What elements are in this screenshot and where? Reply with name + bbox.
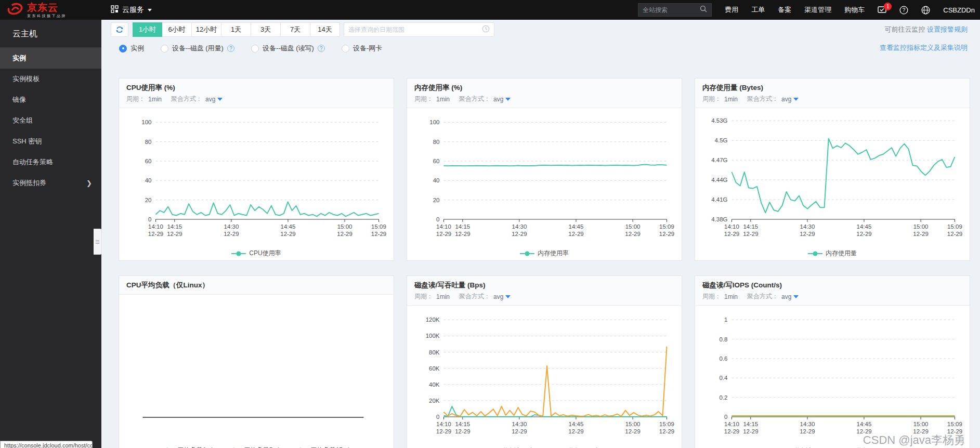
- svg-text:1: 1: [724, 317, 727, 323]
- topbar-link[interactable]: 费用: [725, 5, 738, 15]
- chart-legend: CPU使用率: [119, 246, 394, 260]
- aggregation-dropdown[interactable]: avg: [205, 96, 223, 103]
- time-range-tab[interactable]: 1小时: [133, 22, 162, 37]
- svg-text:0: 0: [436, 216, 439, 222]
- sidebar-item-label: 实例: [12, 54, 26, 63]
- radio-icon[interactable]: [161, 45, 168, 52]
- legend-label: 平均负载5min: [244, 446, 283, 448]
- svg-text:80K: 80K: [429, 349, 440, 355]
- language-globe-button[interactable]: [921, 6, 930, 15]
- svg-text:12-29: 12-29: [512, 231, 527, 237]
- svg-text:14:45: 14:45: [857, 223, 872, 230]
- aggregation-dropdown[interactable]: avg: [781, 293, 799, 300]
- legend-item[interactable]: 内存使用量: [808, 249, 857, 258]
- legend-marker-icon: [808, 251, 822, 256]
- refresh-button[interactable]: [111, 22, 128, 37]
- legend-item[interactable]: 平均负载5min: [227, 446, 283, 448]
- radio-icon[interactable]: [119, 45, 127, 52]
- svg-text:100: 100: [429, 119, 439, 125]
- sidebar-item[interactable]: 实例抵扣券❯: [0, 173, 101, 193]
- sidebar-item[interactable]: 实例: [0, 48, 101, 69]
- svg-text:4.41G: 4.41G: [711, 196, 727, 203]
- date-range-input[interactable]: [348, 26, 482, 33]
- aggregation-label: 聚合方式：: [747, 292, 778, 301]
- sidebar-item[interactable]: 自动任务策略: [0, 152, 101, 173]
- svg-text:60K: 60K: [429, 365, 440, 372]
- sidebar-item-label: 实例模板: [12, 74, 40, 84]
- aggregation-dropdown[interactable]: avg: [493, 293, 511, 300]
- svg-text:100: 100: [141, 119, 151, 125]
- time-range-tab[interactable]: 3天: [251, 22, 281, 37]
- time-range-tab[interactable]: 6小时: [162, 22, 192, 37]
- chart-card-header: 内存使用量 (Bytes)周期：1min聚合方式：avg: [695, 78, 970, 108]
- svg-text:14:30: 14:30: [800, 223, 815, 230]
- radio-icon[interactable]: [251, 45, 259, 52]
- svg-text:12-29: 12-29: [568, 428, 583, 434]
- svg-text:12-29: 12-29: [659, 428, 674, 434]
- topbar-link[interactable]: 购物车: [844, 5, 865, 15]
- topbar-link[interactable]: 备案: [778, 5, 791, 15]
- account-name[interactable]: CSBZDDn: [943, 6, 975, 14]
- clock-icon: [482, 25, 490, 35]
- filter-radio[interactable]: 实例: [119, 44, 144, 53]
- svg-text:12-29: 12-29: [167, 231, 182, 237]
- help-icon[interactable]: ?: [227, 45, 234, 52]
- period-label: 周期：: [702, 292, 721, 301]
- aggregation-value: avg: [781, 96, 791, 103]
- legend-item[interactable]: CPU使用率: [231, 249, 281, 258]
- alarm-rules-link[interactable]: 设置报警规则: [927, 25, 968, 33]
- metrics-doc-link[interactable]: 查看监控指标定义及采集说明: [880, 44, 968, 51]
- topbar-link[interactable]: 渠道管理: [804, 5, 831, 15]
- time-range-tab[interactable]: 1天: [221, 22, 251, 37]
- nav-cloud-services[interactable]: 云服务: [111, 5, 152, 15]
- help-icon[interactable]: ?: [318, 45, 325, 52]
- svg-text:4.47G: 4.47G: [711, 157, 727, 163]
- jdcloud-logo[interactable]: 京东云 京东科技旗下品牌: [0, 3, 101, 18]
- filter-radio[interactable]: 设备-网卡: [342, 44, 382, 53]
- period-value: 1min: [148, 96, 162, 103]
- aggregation-dropdown[interactable]: avg: [493, 96, 511, 103]
- svg-text:14:15: 14:15: [743, 421, 758, 427]
- refresh-icon: [115, 25, 124, 34]
- svg-text:12-29: 12-29: [947, 428, 962, 434]
- legend-item[interactable]: 平均负载15min: [293, 446, 353, 448]
- chart-legend: 磁盘读IOPS磁盘写IOPS: [695, 444, 970, 448]
- svg-text:12-29: 12-29: [800, 428, 815, 434]
- svg-text:14:15: 14:15: [455, 223, 470, 230]
- chart-legend: 磁盘读吞吐量磁盘写吞吐量: [407, 444, 682, 448]
- search-icon[interactable]: [700, 5, 707, 15]
- legend-item[interactable]: 平均负载1min: [160, 446, 216, 448]
- svg-text:14:15: 14:15: [455, 421, 470, 427]
- sidebar-item-label: 安全组: [12, 116, 33, 125]
- filter-radio[interactable]: 设备--磁盘 (读写)?: [251, 44, 325, 53]
- time-range-tab[interactable]: 7天: [281, 22, 310, 37]
- target-filter-radios: 实例设备--磁盘 (用量)?设备--磁盘 (读写)?设备-网卡: [119, 44, 382, 53]
- date-range-picker[interactable]: [344, 22, 494, 37]
- legend-label: 内存使用率: [538, 249, 569, 258]
- help-button[interactable]: ?: [899, 6, 908, 15]
- legend-item[interactable]: 内存使用率: [520, 249, 569, 258]
- search-input[interactable]: [643, 6, 697, 14]
- svg-text:12-29: 12-29: [724, 428, 739, 434]
- time-range-tab[interactable]: 14天: [310, 22, 340, 37]
- radio-icon[interactable]: [342, 45, 349, 52]
- time-range-tab[interactable]: 12小时: [192, 22, 221, 37]
- sidebar-item[interactable]: SSH 密钥: [0, 131, 101, 152]
- svg-text:14:10: 14:10: [724, 421, 739, 427]
- sidebar-item-label: 自动任务策略: [12, 157, 53, 167]
- sidebar-item[interactable]: 镜像: [0, 89, 101, 110]
- sidebar-item[interactable]: 安全组: [0, 110, 101, 131]
- sidebar-item[interactable]: 实例模板: [0, 69, 101, 89]
- sidebar-collapse-handle[interactable]: ☰: [94, 229, 102, 255]
- filter-radio[interactable]: 设备--磁盘 (用量)?: [161, 44, 234, 53]
- svg-text:12-29: 12-29: [280, 231, 295, 237]
- chart-title: 磁盘读/写IOPS (Count/s): [702, 281, 962, 290]
- svg-text:12-29: 12-29: [224, 231, 239, 237]
- chart-title: 磁盘读/写吞吐量 (Bps): [414, 281, 674, 290]
- aggregation-dropdown[interactable]: avg: [781, 96, 799, 103]
- global-search[interactable]: [638, 3, 712, 17]
- svg-text:12-29: 12-29: [625, 428, 640, 434]
- messages-button[interactable]: 1: [878, 6, 886, 14]
- topbar-link[interactable]: 工单: [751, 5, 765, 15]
- svg-text:0.2: 0.2: [720, 394, 728, 401]
